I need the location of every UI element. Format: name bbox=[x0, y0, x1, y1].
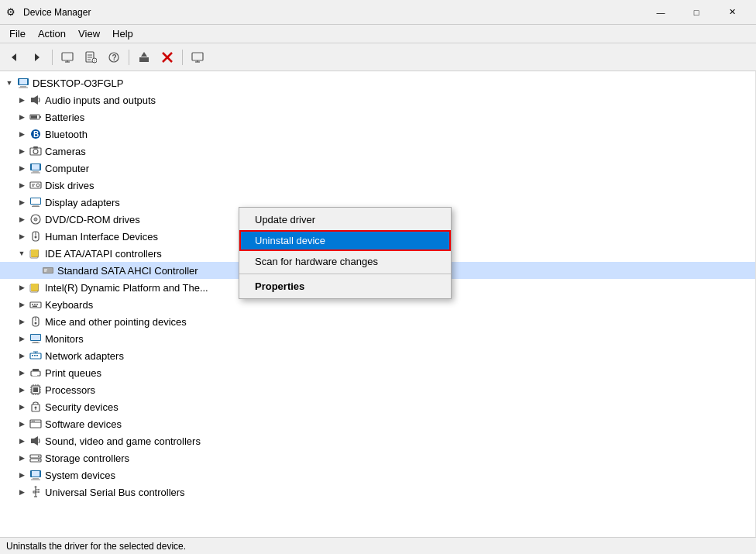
close-button[interactable]: ✕ bbox=[714, 0, 750, 25]
tree-item-disk[interactable]: ▶ Disk drives bbox=[0, 177, 755, 194]
status-text: Uninstalls the driver for the selected d… bbox=[6, 541, 186, 552]
ctx-update-driver[interactable]: Update driver bbox=[239, 209, 451, 230]
tree-item-bluetooth[interactable]: ▶ B Bluetooth bbox=[0, 126, 755, 143]
ctx-scan-hardware[interactable]: Scan for hardware changes bbox=[239, 251, 451, 272]
svg-marker-14 bbox=[141, 52, 147, 57]
system-toggle[interactable]: ▶ bbox=[15, 469, 28, 481]
tree-item-computer[interactable]: ▶ Computer bbox=[0, 160, 755, 177]
computer-toggle[interactable]: ▶ bbox=[15, 162, 28, 174]
ide-toggle[interactable]: ▼ bbox=[15, 247, 28, 260]
tree-item-security[interactable]: ▶ Security devices bbox=[0, 398, 755, 415]
toolbar-sep-3 bbox=[182, 50, 183, 65]
audio-icon bbox=[29, 94, 42, 106]
tree-item-system[interactable]: ▶ System devices bbox=[0, 466, 755, 483]
security-toggle[interactable]: ▶ bbox=[15, 401, 28, 413]
svg-marker-116 bbox=[34, 486, 37, 487]
forward-button[interactable] bbox=[26, 46, 48, 68]
usb-icon bbox=[29, 486, 42, 498]
processors-toggle[interactable]: ▶ bbox=[15, 384, 28, 396]
tree-item-mice[interactable]: ▶ Mice and other pointing devices bbox=[0, 313, 755, 330]
svg-point-32 bbox=[33, 150, 38, 154]
security-label: Security devices bbox=[45, 401, 119, 413]
tree-item-audio[interactable]: ▶ Audio inputs and outputs bbox=[0, 91, 755, 108]
svg-point-69 bbox=[35, 322, 37, 325]
svg-rect-114 bbox=[31, 480, 40, 480]
tree-item-network[interactable]: ▶ Network adapters bbox=[0, 347, 755, 364]
uninstall-toolbar-button[interactable] bbox=[156, 46, 178, 68]
svg-text:B: B bbox=[33, 130, 39, 139]
svg-rect-33 bbox=[33, 146, 38, 149]
network-label: Network adapters bbox=[45, 350, 124, 362]
dvd-toggle[interactable]: ▶ bbox=[15, 213, 28, 225]
processors-label: Processors bbox=[45, 384, 95, 396]
tree-item-sound[interactable]: ▶ Sound, video and game controllers bbox=[0, 432, 755, 449]
minimize-button[interactable]: — bbox=[643, 0, 679, 25]
help-button[interactable]: ? bbox=[103, 46, 125, 68]
tree-root[interactable]: ▼ DESKTOP-O3FGLP bbox=[0, 74, 755, 91]
bluetooth-icon: B bbox=[29, 128, 42, 140]
root-toggle[interactable]: ▼ bbox=[3, 77, 15, 89]
menu-view[interactable]: View bbox=[72, 26, 106, 41]
ctx-uninstall-device[interactable]: Uninstall device bbox=[239, 230, 451, 251]
tree-item-storage[interactable]: ▶ Storage controllers bbox=[0, 449, 755, 466]
update-driver-toolbar-button[interactable] bbox=[133, 46, 155, 68]
back-button[interactable] bbox=[3, 46, 25, 68]
computer-node-icon bbox=[29, 162, 42, 174]
monitors-toggle[interactable]: ▶ bbox=[15, 332, 28, 345]
tree-item-cameras[interactable]: ▶ Cameras bbox=[0, 143, 755, 160]
bluetooth-toggle[interactable]: ▶ bbox=[15, 128, 28, 140]
tree-item-software[interactable]: ▶ Software devices bbox=[0, 415, 755, 432]
svg-point-39 bbox=[36, 184, 40, 187]
svg-point-103 bbox=[32, 421, 33, 422]
storage-toggle[interactable]: ▶ bbox=[15, 452, 28, 464]
sound-toggle[interactable]: ▶ bbox=[15, 435, 28, 447]
keyboard-icon bbox=[29, 298, 42, 311]
menu-file[interactable]: File bbox=[3, 26, 32, 41]
tree-item-processors[interactable]: ▶ Proces bbox=[0, 381, 755, 398]
properties-button[interactable]: ? bbox=[80, 46, 101, 68]
tree-item-usb[interactable]: ▶ Universal Serial Bus controllers bbox=[0, 483, 755, 501]
context-menu: Update driver Uninstall device Scan for … bbox=[239, 207, 452, 299]
svg-point-110 bbox=[38, 459, 40, 461]
device-manager-button[interactable] bbox=[57, 46, 78, 68]
print-toggle[interactable]: ▶ bbox=[15, 366, 28, 379]
tree-item-monitors[interactable]: ▶ Monitors bbox=[0, 330, 755, 347]
svg-rect-76 bbox=[34, 355, 36, 356]
device-tree[interactable]: ▼ DESKTOP-O3FGLP ▶ Audio bbox=[0, 71, 756, 537]
menu-action[interactable]: Action bbox=[32, 26, 72, 41]
audio-label: Audio inputs and outputs bbox=[45, 95, 156, 106]
monitor-toolbar-button[interactable] bbox=[187, 46, 208, 68]
svg-point-51 bbox=[35, 236, 37, 239]
svg-rect-77 bbox=[36, 355, 38, 356]
intel-toggle[interactable]: ▶ bbox=[15, 281, 28, 294]
ctx-properties[interactable]: Properties bbox=[239, 276, 451, 297]
keyboard-toggle[interactable]: ▶ bbox=[15, 298, 28, 311]
mice-toggle[interactable]: ▶ bbox=[15, 315, 28, 328]
sata-icon bbox=[42, 264, 54, 277]
svg-rect-13 bbox=[139, 57, 149, 62]
svg-rect-23 bbox=[19, 88, 28, 88]
maximize-button[interactable]: □ bbox=[679, 0, 714, 25]
security-icon bbox=[29, 401, 42, 413]
batteries-toggle[interactable]: ▶ bbox=[15, 111, 28, 123]
processors-icon bbox=[29, 384, 42, 396]
network-toggle[interactable]: ▶ bbox=[15, 349, 28, 362]
tree-item-batteries[interactable]: ▶ Batteries bbox=[0, 108, 755, 126]
software-toggle[interactable]: ▶ bbox=[15, 418, 28, 430]
svg-rect-71 bbox=[31, 335, 40, 340]
mice-label: Mice and other pointing devices bbox=[45, 316, 187, 328]
audio-toggle[interactable]: ▶ bbox=[15, 94, 28, 106]
batteries-label: Batteries bbox=[45, 112, 84, 123]
cameras-toggle[interactable]: ▶ bbox=[15, 145, 28, 157]
svg-rect-56 bbox=[43, 268, 53, 273]
display-toggle[interactable]: ▶ bbox=[15, 196, 28, 208]
software-label: Software devices bbox=[45, 418, 122, 430]
toolbar-sep-2 bbox=[129, 50, 129, 65]
dvd-icon bbox=[29, 213, 42, 225]
tree-item-print[interactable]: ▶ Print queues bbox=[0, 364, 755, 381]
hid-toggle[interactable]: ▶ bbox=[15, 230, 28, 243]
svg-rect-75 bbox=[32, 355, 33, 356]
usb-toggle[interactable]: ▶ bbox=[15, 486, 28, 498]
disk-toggle[interactable]: ▶ bbox=[15, 179, 28, 191]
menu-help[interactable]: Help bbox=[106, 26, 139, 41]
